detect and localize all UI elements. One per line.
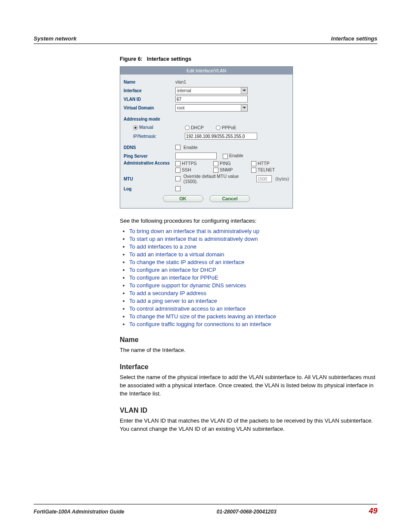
- ping-label: PING: [220, 161, 231, 166]
- ipnetmask-label: IP/Netmask:: [124, 134, 185, 139]
- interface-label: Interface: [124, 88, 175, 93]
- manual-radio-row: Manual: [124, 125, 185, 130]
- header-rule: [34, 44, 377, 44]
- name-heading: Name: [120, 336, 377, 344]
- link-item[interactable]: To control administrative access to an i…: [129, 305, 246, 312]
- vdomain-select-value: root: [177, 106, 184, 110]
- ddns-checkbox[interactable]: [175, 145, 181, 150]
- figure-title: Interface settings: [147, 56, 192, 62]
- name-paragraph: The name of the Interface.: [120, 346, 377, 355]
- telnet-label: TELNET: [258, 167, 275, 172]
- interface-select[interactable]: internal: [175, 87, 248, 94]
- pingserver-enable-row: Enable: [223, 153, 243, 159]
- link-item[interactable]: To add interfaces to a zone: [129, 243, 196, 250]
- mtu-override-checkbox[interactable]: [175, 176, 181, 181]
- log-label: Log: [124, 187, 175, 191]
- footer-left: FortiGate-100A Administration Guide: [34, 509, 124, 515]
- vdomain-select[interactable]: root: [175, 104, 248, 112]
- https-checkbox[interactable]: [175, 161, 181, 166]
- adminaccess-label: Administrative Access: [124, 161, 175, 165]
- vdomain-label: Virtual Domain: [124, 106, 175, 110]
- link-item[interactable]: To change the MTU size of the packets le…: [129, 313, 276, 320]
- manual-label: Manual: [139, 125, 153, 130]
- cancel-button[interactable]: Cancel: [209, 195, 250, 202]
- ssh-checkbox[interactable]: [175, 168, 181, 173]
- interface-heading: Interface: [120, 363, 377, 371]
- pppoe-label: PPPoE: [222, 125, 237, 130]
- chevron-down-icon: [241, 87, 247, 94]
- footer-rule: [34, 504, 377, 504]
- dialog-title: Edit Interface/VLAN: [120, 67, 293, 75]
- log-checkbox[interactable]: [175, 186, 181, 191]
- link-item[interactable]: To add a secondary IP address: [129, 290, 206, 296]
- snmp-checkbox[interactable]: [213, 168, 218, 173]
- procedure-link-list: To bring down an interface that is admin…: [120, 228, 377, 327]
- dhcp-radio[interactable]: [185, 125, 190, 130]
- link-item[interactable]: To configure an interface for DHCP: [129, 267, 216, 273]
- pppoe-radio[interactable]: [216, 125, 221, 130]
- ok-button[interactable]: OK: [163, 195, 203, 202]
- vlanid-heading: VLAN ID: [120, 407, 377, 414]
- link-item[interactable]: To configure support for dynamic DNS ser…: [129, 282, 246, 289]
- pingserver-label: Ping Server: [124, 154, 175, 159]
- name-value: vlan1: [175, 79, 289, 84]
- link-item[interactable]: To add an interface to a virtual domain: [129, 251, 224, 258]
- pingserver-enable-label: Enable: [229, 153, 243, 158]
- link-item[interactable]: To bring down an interface that is admin…: [129, 228, 259, 234]
- pingserver-checkbox[interactable]: [223, 154, 228, 159]
- figure-caption: Figure 6:Interface settings: [120, 56, 377, 62]
- https-label: HTTPS: [182, 161, 196, 166]
- interface-select-value: internal: [177, 88, 191, 93]
- ddns-label: DDNS: [124, 145, 175, 150]
- mtu-input: [256, 175, 272, 182]
- ddns-enable-label: Enable: [184, 145, 198, 150]
- chevron-down-icon: [241, 105, 247, 111]
- interface-paragraph: Select the name of the physical interfac…: [120, 373, 377, 398]
- link-item[interactable]: To configure traffic logging for connect…: [129, 321, 271, 327]
- mtu-unit-label: (bytes): [275, 176, 289, 181]
- http-checkbox[interactable]: [251, 161, 256, 166]
- vlanid-label: VLAN ID: [124, 97, 175, 102]
- link-item[interactable]: To configure an interface for PPPoE: [129, 274, 218, 281]
- footer-mid: 01-28007-0068-20041203: [217, 509, 277, 515]
- addrmode-label: Addressing mode: [124, 117, 175, 121]
- vlanid-paragraph: Enter the VLAN ID that matches the VLAN …: [120, 417, 377, 433]
- link-item[interactable]: To add a ping server to an interface: [129, 298, 217, 304]
- mtu-label: MTU: [124, 177, 175, 181]
- manual-radio[interactable]: [133, 125, 138, 130]
- header-left: System network: [34, 35, 77, 42]
- pingserver-input[interactable]: [175, 152, 217, 159]
- pppoe-radio-row: PPPoE: [216, 125, 237, 131]
- http-label: HTTP: [258, 161, 269, 166]
- dhcp-label: DHCP: [191, 125, 204, 130]
- figure-number: Figure 6:: [120, 56, 143, 62]
- page-number: 49: [369, 507, 377, 516]
- snmp-label: SNMP: [220, 167, 233, 172]
- name-label: Name: [124, 80, 175, 84]
- mtu-override-label: Override default MTU value (1500).: [184, 174, 252, 184]
- link-item[interactable]: To start up an interface that is adminis…: [129, 236, 258, 242]
- ping-checkbox[interactable]: [213, 161, 218, 166]
- header-right: Interface settings: [331, 35, 377, 42]
- telnet-checkbox[interactable]: [251, 168, 256, 173]
- edit-interface-dialog: Edit Interface/VLAN Name vlan1 Interface…: [120, 66, 293, 208]
- dhcp-radio-row: DHCP: [185, 125, 204, 131]
- ssh-label: SSH: [182, 167, 191, 172]
- ipnetmask-input[interactable]: [185, 133, 257, 140]
- vlanid-input[interactable]: [175, 96, 248, 103]
- link-item[interactable]: To change the static IP address of an in…: [129, 259, 244, 265]
- intro-paragraph: See the following procedures for configu…: [120, 217, 377, 225]
